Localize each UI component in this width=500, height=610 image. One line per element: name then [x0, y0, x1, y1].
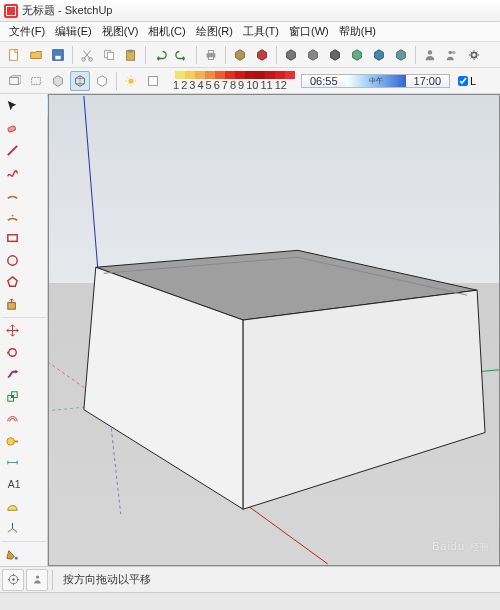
style-hidden-button[interactable]: [26, 71, 46, 91]
axes-tool[interactable]: [2, 518, 23, 539]
shadow-d-button[interactable]: [369, 45, 389, 65]
svg-point-12: [428, 50, 432, 54]
svg-point-50: [35, 575, 38, 578]
shadow-e-button[interactable]: [391, 45, 411, 65]
svg-point-49: [12, 578, 14, 580]
print-button[interactable]: [201, 45, 221, 65]
protractor-tool[interactable]: [2, 496, 23, 517]
svg-point-13: [449, 50, 453, 54]
menu-draw[interactable]: 绘图(R): [191, 22, 238, 41]
polygon-tool[interactable]: [2, 272, 23, 293]
menu-camera[interactable]: 相机(C): [143, 22, 190, 41]
style-wire-button[interactable]: [4, 71, 24, 91]
select-tool[interactable]: [2, 96, 23, 117]
svg-rect-6: [107, 52, 113, 59]
box-geometry: [84, 250, 485, 509]
shadow-toggle-button[interactable]: [143, 71, 163, 91]
rotate-tool[interactable]: [2, 342, 23, 363]
redo-button[interactable]: [172, 45, 192, 65]
style-shaded-texture-button[interactable]: [70, 71, 90, 91]
svg-rect-8: [128, 49, 132, 52]
3d-warehouse-button[interactable]: [252, 45, 272, 65]
freehand-tool[interactable]: [2, 162, 23, 183]
followme-tool[interactable]: [2, 364, 23, 385]
svg-rect-0: [10, 49, 18, 60]
app-icon: [4, 4, 18, 18]
viewport-canvas: [49, 95, 499, 565]
status-bar: 按方向拖动以平移: [0, 566, 500, 592]
text-tool[interactable]: A1: [2, 474, 23, 495]
move-tool[interactable]: [2, 320, 23, 341]
menu-file[interactable]: 文件(F): [4, 22, 50, 41]
svg-rect-18: [7, 125, 16, 132]
time-mid: 中午: [361, 76, 391, 86]
bottom-tray: [0, 592, 500, 610]
style-mono-button[interactable]: [92, 71, 112, 91]
time-start: 06:55: [302, 75, 346, 87]
extension-button[interactable]: [281, 45, 301, 65]
layers-checkbox[interactable]: [458, 76, 468, 86]
open-button[interactable]: [26, 45, 46, 65]
eraser-tool[interactable]: [2, 118, 23, 139]
scale-tool[interactable]: [2, 386, 23, 407]
rectangle-tool[interactable]: [2, 228, 23, 249]
shadow-c-button[interactable]: [347, 45, 367, 65]
menu-edit[interactable]: 编辑(E): [50, 22, 97, 41]
arc2-tool[interactable]: [2, 206, 23, 227]
credits-button[interactable]: [26, 569, 48, 591]
svg-point-19: [12, 215, 14, 217]
user-b-button[interactable]: [442, 45, 462, 65]
style-shaded-button[interactable]: [48, 71, 68, 91]
line-tool[interactable]: [2, 140, 23, 161]
menu-window[interactable]: 窗口(W): [284, 22, 334, 41]
tool-palette: A1: [0, 94, 48, 584]
menu-view[interactable]: 视图(V): [97, 22, 144, 41]
settings-button[interactable]: [464, 45, 484, 65]
model-info-button[interactable]: [230, 45, 250, 65]
month-labels: 123 456 789 101112: [173, 79, 295, 91]
circle-tool[interactable]: [2, 250, 23, 271]
pushpull-tool[interactable]: [2, 294, 23, 315]
svg-point-15: [471, 52, 476, 57]
window-title: 无标题 - SketchUp: [22, 3, 112, 18]
time-slider[interactable]: 06:55 中午 17:00: [301, 74, 450, 88]
svg-point-25: [7, 438, 15, 446]
status-hint: 按方向拖动以平移: [57, 572, 151, 587]
dimension-tool[interactable]: [2, 452, 23, 473]
svg-text:A1: A1: [8, 479, 20, 490]
save-button[interactable]: [48, 45, 68, 65]
geolocate-button[interactable]: [2, 569, 24, 591]
svg-rect-17: [149, 76, 158, 85]
shadow-b-button[interactable]: [325, 45, 345, 65]
paste-button[interactable]: [121, 45, 141, 65]
shadow-settings-button[interactable]: [121, 71, 141, 91]
title-bar: 无标题 - SketchUp: [0, 0, 500, 22]
menu-help[interactable]: 帮助(H): [334, 22, 381, 41]
undo-button[interactable]: [150, 45, 170, 65]
user-a-button[interactable]: [420, 45, 440, 65]
svg-point-14: [452, 50, 456, 54]
svg-point-21: [8, 256, 17, 265]
svg-marker-47: [243, 290, 485, 509]
cut-button[interactable]: [77, 45, 97, 65]
new-button[interactable]: [4, 45, 24, 65]
svg-rect-20: [8, 235, 17, 242]
svg-rect-22: [8, 303, 16, 310]
layers-toggle[interactable]: L: [458, 75, 476, 87]
shadow-a-button[interactable]: [303, 45, 323, 65]
svg-rect-11: [208, 56, 213, 59]
menu-tools[interactable]: 工具(T): [238, 22, 284, 41]
arc-tool[interactable]: [2, 184, 23, 205]
tape-tool[interactable]: [2, 430, 23, 451]
month-color-scale[interactable]: [175, 71, 295, 79]
menu-bar: 文件(F) 编辑(E) 视图(V) 相机(C) 绘图(R) 工具(T) 窗口(W…: [0, 22, 500, 42]
model-viewport[interactable]: [48, 94, 500, 566]
offset-tool[interactable]: [2, 408, 23, 429]
svg-rect-2: [55, 55, 60, 59]
standard-toolbar: [0, 42, 500, 68]
svg-point-16: [128, 78, 133, 83]
paint-tool[interactable]: [2, 544, 23, 565]
svg-point-27: [15, 557, 18, 560]
styles-toolbar: 123 456 789 101112 06:55 中午 17:00 L: [0, 68, 500, 94]
copy-button[interactable]: [99, 45, 119, 65]
